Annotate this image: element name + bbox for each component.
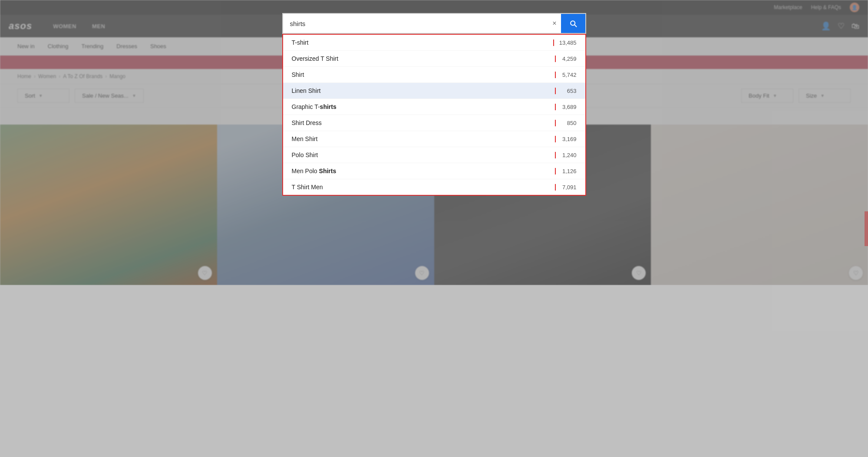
dropdown-item-label: Linen Shirt: [292, 87, 321, 94]
search-clear-button[interactable]: ×: [548, 20, 561, 27]
dropdown-item-label: T-shirt: [292, 39, 309, 46]
dropdown-item-count: 1,240: [555, 152, 577, 158]
dropdown-item-count: 653: [555, 88, 577, 94]
dropdown-item[interactable]: Shirt 5,742: [283, 67, 585, 83]
dropdown-item-label: Graphic T-shirts: [292, 103, 337, 110]
dropdown-item-label: Men Shirt: [292, 135, 318, 142]
search-submit-button[interactable]: [561, 14, 585, 33]
dropdown-item-count: 4,259: [555, 56, 577, 62]
dropdown-item-count: 5,742: [555, 72, 577, 78]
dropdown-item-count: 3,169: [555, 136, 577, 142]
dropdown-item-label: Shirt: [292, 71, 304, 78]
dropdown-item[interactable]: Men Shirt 3,169: [283, 131, 585, 147]
search-container: × T-shirt 13,485 Oversized T Shirt 4,259…: [282, 13, 586, 196]
dropdown-item[interactable]: Shirt Dress 850: [283, 115, 585, 131]
search-input[interactable]: [283, 15, 548, 33]
dropdown-item-count: 850: [555, 120, 577, 126]
dropdown-item-count: 7,091: [555, 184, 577, 191]
search-input-row: ×: [282, 13, 586, 34]
dropdown-item[interactable]: Linen Shirt 653: [283, 83, 585, 99]
dropdown-item[interactable]: Men Polo Shirts 1,126: [283, 163, 585, 179]
dropdown-item-label: Men Polo Shirts: [292, 168, 337, 174]
dropdown-item[interactable]: Oversized T Shirt 4,259: [283, 51, 585, 67]
dropdown-item-label: Polo Shirt: [292, 151, 318, 158]
search-dropdown: T-shirt 13,485 Oversized T Shirt 4,259 S…: [282, 34, 586, 196]
dropdown-item-label: T Shirt Men: [292, 184, 323, 191]
dropdown-item[interactable]: T Shirt Men 7,091: [283, 179, 585, 195]
dropdown-item-label: Shirt Dress: [292, 119, 322, 126]
search-icon: [569, 19, 578, 28]
dropdown-item-count: 13,485: [553, 39, 577, 46]
dropdown-item-count: 1,126: [555, 168, 577, 174]
dropdown-item[interactable]: T-shirt 13,485: [283, 35, 585, 51]
dropdown-item-label: Oversized T Shirt: [292, 55, 339, 62]
dropdown-item[interactable]: Graphic T-shirts 3,689: [283, 99, 585, 115]
dropdown-item-count: 3,689: [555, 104, 577, 110]
dropdown-item[interactable]: Polo Shirt 1,240: [283, 147, 585, 163]
